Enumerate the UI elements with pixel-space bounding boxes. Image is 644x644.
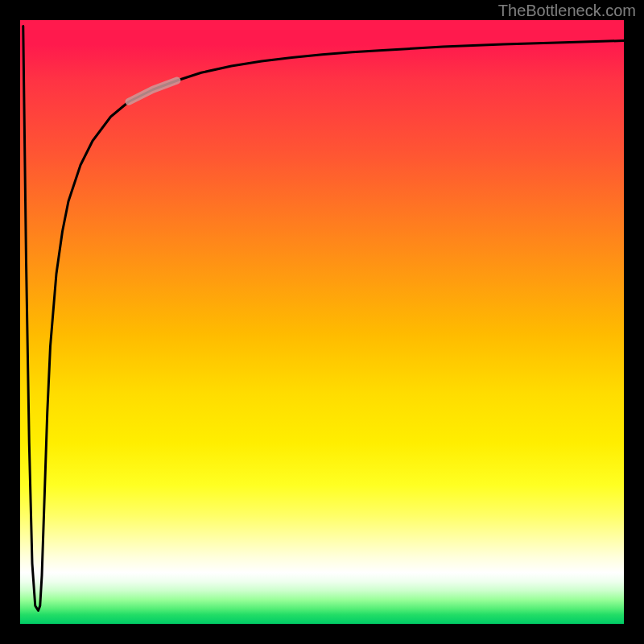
chart-plot-area <box>20 20 624 624</box>
attribution-text: TheBottleneck.com <box>498 2 636 20</box>
chart-curve <box>20 20 624 624</box>
